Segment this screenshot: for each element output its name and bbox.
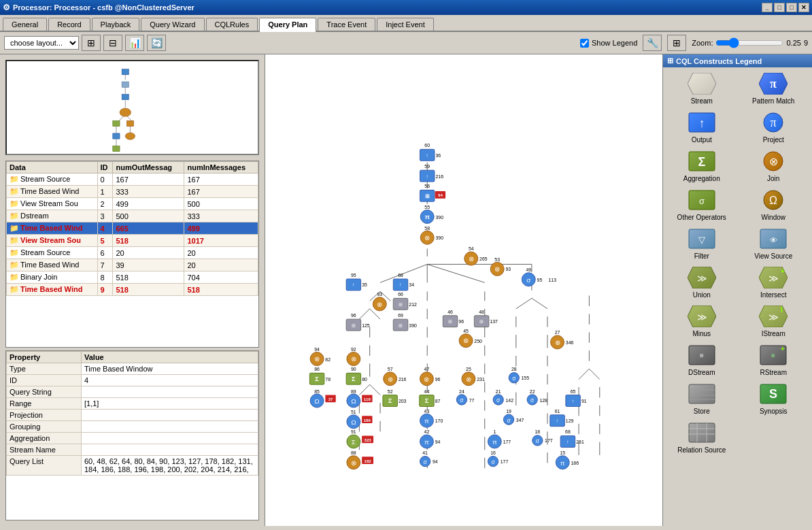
- table-row[interactable]: 📁Dstream 3500333: [7, 210, 258, 222]
- zoom-slider[interactable]: [715, 37, 783, 48]
- tab-record[interactable]: Record: [48, 18, 90, 31]
- tab-cqlrules[interactable]: CQLRules: [206, 18, 258, 31]
- svg-text:σ: σ: [496, 397, 501, 403]
- prop-col-value: Value: [82, 352, 258, 363]
- title-bar: ⚙ Processor: Processor - csfb @NonCluste…: [0, 0, 812, 15]
- show-legend-checkbox[interactable]: [580, 39, 589, 48]
- legend-item-aggregation: Σ Aggregation: [667, 149, 737, 182]
- svg-text:▽: ▽: [698, 235, 705, 245]
- svg-text:π: π: [424, 438, 429, 446]
- table-row-selected[interactable]: 📁Time Based Wind 4665499: [7, 222, 258, 235]
- prop-row: Stream Name: [7, 444, 258, 456]
- tab-general[interactable]: General: [3, 18, 47, 31]
- prop-row: ID 4: [7, 375, 258, 386]
- svg-text:36: 36: [436, 153, 441, 158]
- layout-select[interactable]: choose layout...: [4, 36, 79, 50]
- grid-button[interactable]: ⊞: [667, 35, 686, 51]
- tab-inject-event[interactable]: Inject Event: [377, 18, 433, 31]
- col-header-out: numOutMessag: [113, 162, 184, 173]
- other-legend-icon: σ: [688, 188, 716, 212]
- aggregation-legend-label: Aggregation: [683, 175, 720, 182]
- center-canvas[interactable]: ↑ 60 36 ↑ 59 216 ⊞ 56 94: [265, 54, 662, 526]
- svg-text:σ: σ: [491, 459, 495, 465]
- prop-streamname-label: Stream Name: [7, 444, 82, 456]
- app-icon: ⚙: [3, 3, 10, 12]
- stream-legend-icon: [688, 71, 716, 96]
- svg-text:Ω: Ω: [351, 397, 356, 405]
- properties-scroll[interactable]: Property Value Type Time Based Window ID: [6, 351, 258, 520]
- svg-text:88: 88: [351, 450, 356, 455]
- svg-point-14: [125, 133, 135, 139]
- svg-text:93: 93: [505, 267, 511, 271]
- tabs-row: General Record Playback Query Wizard CQL…: [0, 15, 812, 32]
- tab-query-plan[interactable]: Query Plan: [259, 18, 316, 32]
- layout-btn-2[interactable]: ⊟: [103, 35, 122, 51]
- prop-type-value: Time Based Window: [82, 363, 258, 375]
- table-row[interactable]: 📁Stream Source 62020: [7, 247, 258, 259]
- legend-header: ⊞ CQL Constructs Legend: [663, 54, 812, 67]
- table-row[interactable]: 📁Time Based Wind 1333167: [7, 186, 258, 198]
- tab-query-wizard[interactable]: Query Wizard: [141, 18, 204, 31]
- svg-text:↑: ↑: [566, 439, 569, 445]
- table-row[interactable]: 📁Binary Join 8518704: [7, 271, 258, 284]
- svg-text:59: 59: [424, 164, 430, 169]
- store-legend-label: Store: [694, 408, 710, 415]
- svg-text:⊗: ⊗: [463, 337, 469, 344]
- data-table-scroll[interactable]: Data ID numOutMessag numInMessages 📁Stre…: [6, 161, 258, 347]
- svg-text:53: 53: [494, 257, 500, 262]
- svg-text:323: 323: [364, 437, 371, 442]
- filter-legend-label: Filter: [694, 252, 709, 260]
- svg-text:Σ: Σ: [388, 397, 392, 404]
- stream-legend-label: Stream: [691, 97, 713, 105]
- svg-text:87: 87: [435, 399, 441, 403]
- toolbar-right: Show Legend 🔧 ⊞ Zoom: 0.25 9: [580, 35, 808, 51]
- svg-rect-9: [113, 120, 120, 126]
- svg-text:125: 125: [362, 323, 370, 328]
- svg-text:186: 186: [571, 461, 579, 465]
- svg-text:⊗: ⊗: [555, 339, 560, 346]
- svg-rect-5: [122, 69, 129, 75]
- svg-text:128: 128: [539, 398, 547, 403]
- svg-text:27: 27: [555, 330, 560, 335]
- maximize-button[interactable]: □: [786, 3, 797, 12]
- layout-btn-4[interactable]: 🔄: [147, 35, 166, 51]
- svg-text:65: 65: [571, 388, 576, 393]
- table-row[interactable]: 📁Stream Source 0167167: [7, 173, 258, 186]
- svg-text:π: π: [492, 438, 497, 446]
- svg-text:347: 347: [516, 418, 524, 423]
- prop-col-property: Property: [7, 352, 82, 363]
- prop-row: Grouping: [7, 421, 258, 433]
- legend-item-istream: ≫ I IStream: [739, 304, 809, 337]
- restore-button[interactable]: □: [774, 3, 785, 12]
- col-header-id: ID: [97, 162, 113, 173]
- svg-text:↑: ↑: [426, 173, 428, 180]
- table-row[interactable]: 📁View Stream Sou 2499500: [7, 198, 258, 210]
- col-header-in: numInMessages: [184, 162, 258, 173]
- settings-button[interactable]: 🔧: [643, 35, 662, 51]
- intersect-legend-icon: ≫ +: [759, 265, 788, 290]
- toolbar-row: choose layout... ⊞ ⊟ 📊 🔄 Show Legend 🔧 ⊞…: [0, 32, 812, 54]
- tab-trace-event[interactable]: Trace Event: [318, 18, 375, 31]
- minimize-button[interactable]: _: [762, 3, 773, 12]
- zoom-value: 0.25: [786, 39, 800, 47]
- layout-btn-1[interactable]: ⊞: [82, 35, 101, 51]
- window-legend-label: Window: [761, 214, 785, 221]
- table-row[interactable]: 📁Time Based Wind 73920: [7, 259, 258, 271]
- svg-text:265: 265: [479, 256, 488, 261]
- table-row[interactable]: 📁View Stream Sou 55181017: [7, 235, 258, 247]
- close-button[interactable]: ✕: [798, 3, 809, 12]
- svg-text:177: 177: [545, 438, 553, 443]
- table-row[interactable]: 📁Time Based Wind 9518518: [7, 284, 258, 296]
- prop-row: Type Time Based Window: [7, 363, 258, 375]
- svg-text:⊞: ⊞: [399, 302, 403, 307]
- svg-text:π: π: [424, 213, 430, 220]
- svg-text:129: 129: [566, 418, 574, 423]
- svg-text:σ: σ: [526, 276, 530, 284]
- layout-btn-3[interactable]: 📊: [125, 35, 144, 51]
- svg-rect-6: [122, 82, 129, 87]
- svg-text:118: 118: [364, 397, 371, 401]
- svg-text:+: +: [781, 267, 785, 275]
- tab-playback[interactable]: Playback: [92, 18, 140, 31]
- prop-row: Query List 60, 48, 62, 64, 80, 84, 90, 1…: [7, 456, 258, 476]
- prop-projection-label: Projection: [7, 410, 82, 421]
